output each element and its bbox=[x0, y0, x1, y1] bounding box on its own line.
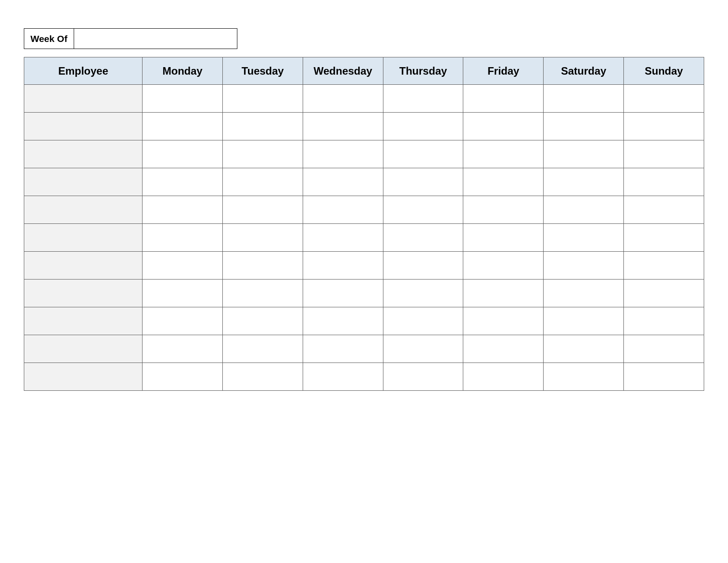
day-cell[interactable] bbox=[463, 307, 544, 335]
day-cell[interactable] bbox=[624, 168, 704, 196]
day-cell[interactable] bbox=[303, 140, 383, 168]
day-cell[interactable] bbox=[624, 113, 704, 140]
employee-cell[interactable] bbox=[24, 280, 143, 307]
day-cell[interactable] bbox=[303, 224, 383, 252]
employee-cell[interactable] bbox=[24, 363, 143, 391]
header-thursday: Thursday bbox=[383, 57, 463, 85]
day-cell[interactable] bbox=[624, 307, 704, 335]
employee-cell[interactable] bbox=[24, 140, 143, 168]
header-tuesday: Tuesday bbox=[223, 57, 303, 85]
day-cell[interactable] bbox=[544, 363, 624, 391]
day-cell[interactable] bbox=[544, 113, 624, 140]
day-cell[interactable] bbox=[463, 85, 544, 113]
day-cell[interactable] bbox=[463, 196, 544, 224]
employee-cell[interactable] bbox=[24, 252, 143, 280]
weekof-input[interactable] bbox=[74, 28, 237, 49]
day-cell[interactable] bbox=[383, 140, 463, 168]
day-cell[interactable] bbox=[463, 168, 544, 196]
day-cell[interactable] bbox=[624, 252, 704, 280]
day-cell[interactable] bbox=[624, 363, 704, 391]
day-cell[interactable] bbox=[624, 140, 704, 168]
day-cell[interactable] bbox=[624, 280, 704, 307]
day-cell[interactable] bbox=[383, 335, 463, 363]
table-row bbox=[24, 363, 704, 391]
day-cell[interactable] bbox=[223, 363, 303, 391]
day-cell[interactable] bbox=[223, 113, 303, 140]
day-cell[interactable] bbox=[223, 224, 303, 252]
day-cell[interactable] bbox=[383, 113, 463, 140]
day-cell[interactable] bbox=[223, 168, 303, 196]
day-cell[interactable] bbox=[383, 307, 463, 335]
day-cell[interactable] bbox=[624, 335, 704, 363]
day-cell[interactable] bbox=[463, 224, 544, 252]
day-cell[interactable] bbox=[624, 196, 704, 224]
employee-cell[interactable] bbox=[24, 168, 143, 196]
day-cell[interactable] bbox=[303, 363, 383, 391]
day-cell[interactable] bbox=[463, 335, 544, 363]
table-row bbox=[24, 85, 704, 113]
day-cell[interactable] bbox=[143, 307, 223, 335]
day-cell[interactable] bbox=[544, 140, 624, 168]
employee-cell[interactable] bbox=[24, 335, 143, 363]
day-cell[interactable] bbox=[223, 140, 303, 168]
employee-cell[interactable] bbox=[24, 307, 143, 335]
day-cell[interactable] bbox=[544, 224, 624, 252]
employee-cell[interactable] bbox=[24, 196, 143, 224]
day-cell[interactable] bbox=[143, 335, 223, 363]
day-cell[interactable] bbox=[544, 307, 624, 335]
day-cell[interactable] bbox=[383, 196, 463, 224]
employee-cell[interactable] bbox=[24, 224, 143, 252]
day-cell[interactable] bbox=[303, 168, 383, 196]
day-cell[interactable] bbox=[303, 307, 383, 335]
day-cell[interactable] bbox=[143, 113, 223, 140]
day-cell[interactable] bbox=[303, 85, 383, 113]
day-cell[interactable] bbox=[303, 196, 383, 224]
day-cell[interactable] bbox=[143, 363, 223, 391]
day-cell[interactable] bbox=[143, 140, 223, 168]
day-cell[interactable] bbox=[143, 85, 223, 113]
day-cell[interactable] bbox=[223, 196, 303, 224]
day-cell[interactable] bbox=[303, 252, 383, 280]
day-cell[interactable] bbox=[223, 85, 303, 113]
day-cell[interactable] bbox=[544, 196, 624, 224]
day-cell[interactable] bbox=[143, 224, 223, 252]
day-cell[interactable] bbox=[463, 140, 544, 168]
table-row bbox=[24, 280, 704, 307]
day-cell[interactable] bbox=[624, 85, 704, 113]
day-cell[interactable] bbox=[463, 280, 544, 307]
table-row bbox=[24, 307, 704, 335]
table-row bbox=[24, 224, 704, 252]
employee-cell[interactable] bbox=[24, 113, 143, 140]
day-cell[interactable] bbox=[223, 307, 303, 335]
employee-cell[interactable] bbox=[24, 85, 143, 113]
day-cell[interactable] bbox=[544, 252, 624, 280]
day-cell[interactable] bbox=[383, 252, 463, 280]
day-cell[interactable] bbox=[143, 196, 223, 224]
day-cell[interactable] bbox=[303, 335, 383, 363]
day-cell[interactable] bbox=[463, 252, 544, 280]
day-cell[interactable] bbox=[223, 252, 303, 280]
day-cell[interactable] bbox=[544, 280, 624, 307]
day-cell[interactable] bbox=[544, 335, 624, 363]
day-cell[interactable] bbox=[383, 363, 463, 391]
day-cell[interactable] bbox=[463, 113, 544, 140]
day-cell[interactable] bbox=[463, 363, 544, 391]
day-cell[interactable] bbox=[544, 85, 624, 113]
header-employee: Employee bbox=[24, 57, 143, 85]
day-cell[interactable] bbox=[223, 280, 303, 307]
day-cell[interactable] bbox=[143, 168, 223, 196]
day-cell[interactable] bbox=[383, 168, 463, 196]
day-cell[interactable] bbox=[143, 280, 223, 307]
day-cell[interactable] bbox=[303, 113, 383, 140]
schedule-document: Week Of Employee Monday Tuesday Wednesda… bbox=[0, 0, 728, 391]
day-cell[interactable] bbox=[624, 224, 704, 252]
day-cell[interactable] bbox=[143, 252, 223, 280]
day-cell[interactable] bbox=[383, 280, 463, 307]
weekof-row: Week Of bbox=[24, 28, 704, 49]
day-cell[interactable] bbox=[223, 335, 303, 363]
day-cell[interactable] bbox=[303, 280, 383, 307]
day-cell[interactable] bbox=[544, 168, 624, 196]
table-row bbox=[24, 168, 704, 196]
day-cell[interactable] bbox=[383, 224, 463, 252]
day-cell[interactable] bbox=[383, 85, 463, 113]
